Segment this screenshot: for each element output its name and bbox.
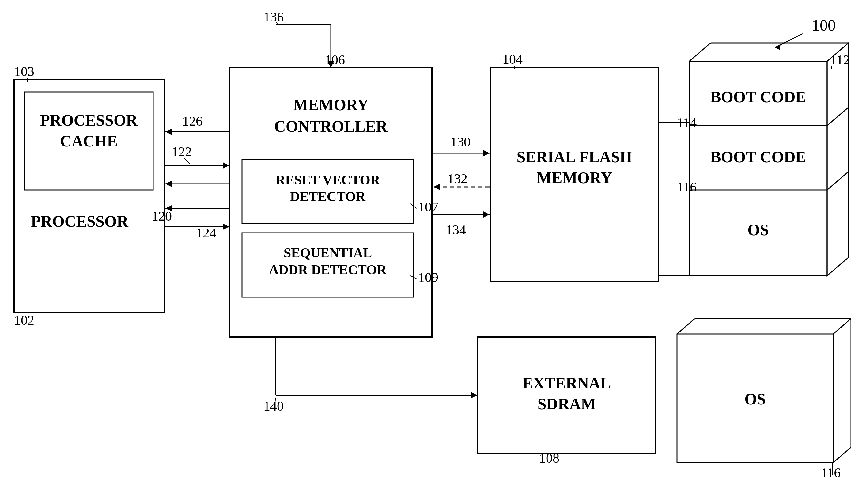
svg-marker-41 (165, 181, 171, 187)
ref-103: 103 (14, 64, 34, 79)
svg-line-14 (827, 107, 849, 126)
sfm-label1: SERIAL FLASH (517, 148, 632, 166)
ref-140: 140 (264, 399, 284, 414)
ref-109: 109 (418, 270, 438, 285)
sdram-label2: SDRAM (538, 395, 596, 413)
rvd-label2: DETECTOR (290, 189, 366, 204)
boot-code-2: BOOT CODE (710, 148, 806, 166)
svg-marker-49 (471, 392, 477, 398)
mc-label2: CONTROLLER (274, 118, 388, 135)
svg-marker-46 (223, 224, 229, 230)
ref-130: 130 (450, 134, 471, 149)
processor-cache-label2: CACHE (60, 132, 117, 150)
sfm-label2: MEMORY (537, 169, 612, 186)
svg-marker-31 (483, 150, 490, 156)
svg-marker-37 (165, 129, 171, 135)
patent-diagram: 100 PROCESSOR CACHE PROCESSOR 103 102 ME… (0, 0, 851, 504)
ref-108: 108 (539, 451, 559, 466)
sad-label1: SEQUENTIAL (284, 246, 372, 260)
svg-line-16 (827, 172, 849, 190)
sdram-os-label: OS (744, 390, 765, 408)
svg-line-11 (689, 43, 711, 61)
svg-marker-39 (223, 162, 229, 168)
processor-label: PROCESSOR (31, 213, 129, 230)
ref-106: 106 (325, 52, 345, 67)
ref-122: 122 (171, 144, 192, 159)
svg-line-23 (677, 319, 695, 334)
svg-marker-22 (833, 319, 851, 463)
sad-label2: ADDR DETECTOR (269, 262, 387, 277)
ref-136: 136 (264, 10, 284, 24)
ref-116-bottom: 116 (821, 465, 840, 481)
ref-116-top: 116 (677, 180, 696, 195)
svg-marker-1 (775, 44, 781, 50)
svg-marker-35 (483, 211, 490, 218)
sdram-label1: EXTERNAL (523, 374, 611, 392)
ref-107: 107 (418, 199, 438, 214)
svg-marker-10 (827, 43, 849, 276)
ref-102: 102 (14, 313, 34, 328)
processor-cache-label1: PROCESSOR (40, 111, 138, 129)
ref-112: 112 (830, 52, 850, 67)
svg-marker-33 (433, 184, 439, 190)
boot-code-1: BOOT CODE (710, 88, 806, 106)
ref-100: 100 (812, 17, 836, 34)
ref-134: 134 (446, 222, 466, 237)
ref-104: 104 (502, 52, 523, 67)
rvd-label1: RESET VECTOR (275, 173, 380, 187)
ref-120: 120 (152, 209, 172, 224)
flash-os-label: OS (747, 221, 768, 239)
ref-132: 132 (447, 171, 468, 186)
mc-label1: MEMORY (293, 96, 369, 114)
ref-124: 124 (196, 226, 216, 240)
ref-126: 126 (182, 114, 202, 129)
